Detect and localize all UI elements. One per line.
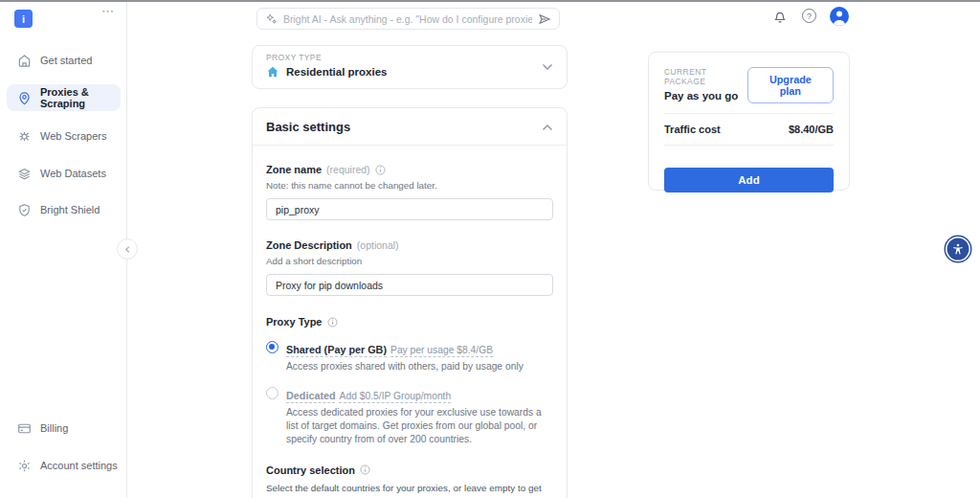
brand-logo[interactable]: i: [14, 10, 33, 28]
upgrade-plan-button[interactable]: Upgrade plan: [747, 67, 834, 103]
zone-description-note: Add a short description: [266, 256, 553, 266]
residential-house-icon: [266, 65, 279, 79]
proxy-type-section-label: Proxy Type: [266, 316, 323, 328]
sidebar-item-label: Web Scrapers: [40, 130, 107, 142]
dedicated-option-label[interactable]: Dedicated: [286, 390, 336, 401]
credit-card-icon: [17, 421, 32, 436]
user-avatar[interactable]: [830, 7, 849, 26]
sidebar-item-label: Get started: [40, 55, 92, 66]
sidebar: i ⋯ Get started Proxies & Scraping Web S…: [0, 0, 127, 498]
shared-option-label[interactable]: Shared (Pay per GB): [286, 344, 387, 355]
ai-search-bar[interactable]: [256, 8, 560, 30]
sidebar-item-web-scrapers[interactable]: Web Scrapers: [7, 123, 121, 149]
accessibility-widget-button[interactable]: [946, 237, 970, 261]
zone-description-label: Zone Description: [266, 239, 352, 251]
current-package-label: CURRENT PACKAGE: [664, 67, 747, 86]
zone-name-label: Zone name: [266, 164, 322, 175]
spider-icon: [17, 129, 32, 144]
sidebar-item-label: Billing: [40, 422, 68, 434]
basic-settings-header[interactable]: Basic settings: [253, 108, 567, 146]
current-package-card: CURRENT PACKAGE Pay as you go Upgrade pl…: [648, 52, 850, 191]
chevron-down-icon[interactable]: [542, 63, 553, 71]
traffic-cost-label: Traffic cost: [664, 124, 721, 135]
current-plan-name: Pay as you go: [664, 90, 747, 102]
sidebar-item-proxies-scraping[interactable]: Proxies & Scraping: [7, 84, 121, 111]
traffic-cost-value: $8.40/GB: [789, 124, 834, 135]
zone-name-required-hint: (required): [326, 164, 370, 175]
sidebar-item-account-settings[interactable]: Account settings: [7, 452, 121, 479]
dedicated-option-description: Access dedicated proxies for your exclus…: [286, 406, 553, 446]
browser-top-edge: [0, 0, 980, 2]
gear-icon: [17, 459, 32, 473]
search-input[interactable]: [283, 13, 532, 25]
zone-name-note: Note: this name cannot be changed later.: [266, 180, 553, 191]
proxy-type-option-shared[interactable]: Shared (Pay per GB)Pay per usage $8.4/GB…: [266, 340, 553, 374]
zone-name-input[interactable]: [266, 198, 553, 220]
sidebar-collapse-button[interactable]: [117, 238, 138, 260]
sidebar-item-get-started[interactable]: Get started: [7, 47, 121, 74]
sidebar-item-label: Web Datasets: [40, 168, 106, 179]
chevron-left-icon: [123, 245, 132, 254]
notifications-bell-icon[interactable]: [772, 9, 789, 25]
home-icon: [17, 54, 32, 68]
divider: [664, 113, 834, 114]
proxy-type-value: Residential proxies: [286, 66, 387, 78]
person-icon: [830, 7, 849, 26]
zone-description-optional-hint: (optional): [357, 239, 399, 251]
dedicated-option-price: Add $0.5/IP Group/month: [340, 391, 452, 401]
layers-icon: [17, 167, 32, 181]
sidebar-menu-dots[interactable]: ⋯: [101, 4, 115, 18]
send-icon[interactable]: [538, 12, 551, 26]
proxy-type-option-dedicated[interactable]: DedicatedAdd $0.5/IP Group/month Access …: [266, 386, 553, 446]
sidebar-item-label: Proxies & Scraping: [40, 86, 121, 109]
info-icon[interactable]: [375, 165, 386, 175]
help-glyph: ?: [807, 11, 812, 21]
zone-description-input[interactable]: [266, 274, 553, 296]
sidebar-item-label: Account settings: [40, 460, 118, 471]
country-selection-label: Country selection: [266, 464, 355, 476]
info-icon[interactable]: [360, 464, 370, 475]
sidebar-item-bright-shield[interactable]: Bright Shield: [7, 196, 121, 223]
proxy-type-label: PROXY TYPE: [266, 53, 553, 62]
section-title: Basic settings: [266, 120, 350, 134]
accessibility-person-icon: [951, 242, 965, 256]
radio-selected[interactable]: [266, 341, 278, 353]
country-selection-description: Select the default countries for your pr…: [266, 482, 553, 498]
help-icon[interactable]: ?: [802, 9, 816, 23]
info-icon[interactable]: [327, 317, 338, 328]
sidebar-item-label: Bright Shield: [40, 204, 100, 215]
location-pin-icon: [17, 91, 32, 105]
radio-unselected[interactable]: [266, 387, 278, 399]
chevron-up-icon[interactable]: [542, 124, 553, 131]
shared-option-description: Access proxies shared with others, paid …: [286, 360, 523, 374]
shared-option-price: Pay per usage $8.4/GB: [390, 345, 493, 355]
sidebar-item-billing[interactable]: Billing: [7, 415, 121, 441]
divider: [664, 145, 834, 146]
shield-check-icon: [17, 203, 32, 217]
ai-sparkle-icon: [265, 12, 278, 25]
add-zone-button[interactable]: Add: [664, 168, 834, 192]
sidebar-item-web-datasets[interactable]: Web Datasets: [7, 160, 121, 187]
proxy-type-selector-card[interactable]: PROXY TYPE Residential proxies: [252, 45, 568, 89]
basic-settings-card: Basic settings Zone name (required) Note…: [252, 107, 568, 498]
